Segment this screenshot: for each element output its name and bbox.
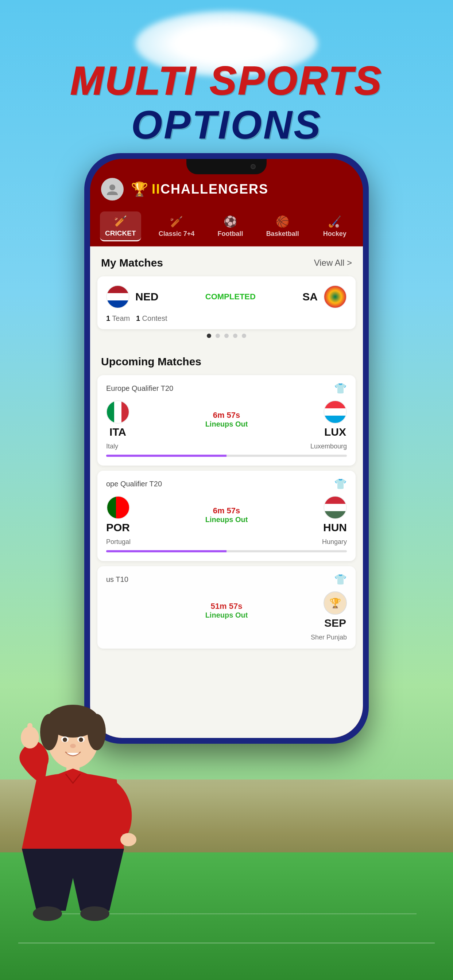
dot-2 — [215, 334, 220, 338]
ned-code: NED — [135, 291, 158, 303]
title-line1: MULTI SPORTS — [0, 58, 453, 102]
dot-1 — [207, 334, 211, 338]
camera-dot — [250, 164, 256, 169]
title-line2: OPTIONS — [0, 102, 453, 146]
ita-flag — [106, 400, 129, 424]
shirt-icon-1: 👕 — [334, 382, 347, 395]
sa-flag — [324, 285, 347, 309]
svg-point-15 — [120, 833, 136, 846]
match-meta: 1 Team 1 Contest — [106, 314, 347, 323]
hun-flag — [324, 496, 347, 519]
match-league-3: us T10 👕 — [106, 573, 347, 585]
time-center-2: 6m 57s Lineups Out — [130, 506, 323, 524]
match-card-ned-sa[interactable]: NED COMPLETED SA 1 Team 1 Contest — [97, 276, 356, 329]
time-center-3: 51m 57s Lineups Out — [129, 601, 324, 619]
team-lux: LUX — [324, 400, 347, 438]
svg-point-8 — [79, 738, 83, 742]
upcoming-matches-title: Upcoming Matches — [101, 355, 201, 368]
basketball-label: Basketball — [266, 230, 299, 238]
classic-label: Classic 7+4 — [159, 230, 195, 238]
svg-point-7 — [63, 738, 67, 742]
progress-bar-1 — [106, 455, 347, 457]
svg-point-14 — [23, 728, 29, 737]
ita-lux-row: ITA 6m 57s Lineups Out LUX — [106, 400, 347, 438]
shirt-icon-2: 👕 — [334, 478, 347, 490]
dot-4 — [233, 334, 238, 338]
match-card-por-hun[interactable]: ope Qualifier T20 👕 POR 6m 57s Lineups O… — [97, 471, 356, 561]
upcoming-matches-header: Upcoming Matches — [90, 345, 363, 375]
team-ned: NED — [106, 285, 158, 309]
svg-point-16 — [33, 906, 62, 921]
app-logo: 🏆 IICHALLENGERS — [131, 181, 268, 197]
app-name: IICHALLENGERS — [152, 181, 268, 197]
svg-point-3 — [40, 714, 58, 750]
view-all-link[interactable]: View All > — [314, 258, 352, 268]
team-hun: HUN — [323, 496, 347, 534]
match-card-ita-lux[interactable]: Europe Qualifier T20 👕 ITA 6m 57s Lineup… — [97, 375, 356, 466]
match-status: COMPLETED — [205, 292, 256, 302]
tab-hockey[interactable]: 🏑 Hockey — [317, 212, 353, 240]
sep-row: 51m 57s Lineups Out 🏆 SEP — [106, 591, 347, 629]
phone-notch — [187, 159, 266, 174]
phone-mockup: 🏆 IICHALLENGERS 🏏 CRICKET 🏏 Classic 7+4 — [84, 153, 369, 744]
dot-5 — [242, 334, 246, 338]
country-names-2: Portugal Hungary — [106, 537, 347, 546]
team-ita: ITA — [106, 400, 129, 438]
avatar[interactable] — [101, 178, 124, 200]
por-flag — [107, 496, 130, 519]
match-card-sep[interactable]: us T10 👕 51m 57s Lineups Out — [97, 566, 356, 649]
time-center-1: 6m 57s Lineups Out — [129, 410, 324, 428]
team-sep: 🏆 SEP — [324, 591, 347, 629]
country-names-1: Italy Luxembourg — [106, 441, 347, 450]
person-figure — [7, 703, 161, 951]
match-league-1: Europe Qualifier T20 👕 — [106, 382, 347, 395]
tab-classic[interactable]: 🏏 Classic 7+4 — [153, 212, 200, 240]
football-label: Football — [217, 230, 243, 238]
svg-point-4 — [88, 714, 106, 750]
match-row: NED COMPLETED SA — [106, 285, 347, 309]
tab-cricket[interactable]: 🏏 CRICKET — [100, 212, 141, 241]
team-por: POR — [106, 496, 130, 534]
ned-flag — [106, 285, 129, 309]
sep-emblem: 🏆 — [324, 591, 347, 615]
shirt-icon-3: 👕 — [334, 573, 347, 585]
cricket-icon: 🏏 — [114, 215, 127, 227]
tab-basketball[interactable]: 🏀 Basketball — [261, 212, 304, 240]
phone-inner-screen: 🏆 IICHALLENGERS 🏏 CRICKET 🏏 Classic 7+4 — [90, 159, 363, 738]
basketball-icon: 🏀 — [276, 215, 289, 228]
dot-3 — [224, 334, 229, 338]
classic-icon: 🏏 — [170, 215, 183, 228]
svg-point-9 — [70, 744, 76, 748]
team-sa: SA — [302, 285, 347, 309]
my-matches-header: My Matches View All > — [90, 247, 363, 276]
sport-tabs-bar: 🏏 CRICKET 🏏 Classic 7+4 ⚽ Football 🏀 Bas… — [90, 206, 363, 247]
pagination-dots — [90, 334, 363, 338]
football-icon: ⚽ — [223, 215, 237, 228]
svg-point-13 — [30, 728, 37, 737]
my-matches-title: My Matches — [101, 257, 163, 269]
lux-flag — [324, 400, 347, 424]
country-names-3: Sher Punjab — [106, 632, 347, 641]
trophy-icon: 🏆 — [131, 181, 148, 197]
hockey-icon: 🏑 — [328, 215, 341, 228]
app-content: My Matches View All > NED COMPLETED — [90, 247, 363, 738]
tab-football[interactable]: ⚽ Football — [212, 212, 248, 240]
match-league-2: ope Qualifier T20 👕 — [106, 478, 347, 490]
sa-code: SA — [302, 291, 318, 303]
phone-outer-frame: 🏆 IICHALLENGERS 🏏 CRICKET 🏏 Classic 7+4 — [84, 153, 369, 744]
cricket-label: CRICKET — [105, 229, 136, 237]
progress-bar-2 — [106, 550, 347, 552]
hockey-label: Hockey — [323, 230, 346, 238]
svg-point-0 — [109, 185, 115, 190]
svg-point-17 — [80, 906, 109, 921]
por-hun-row: POR 6m 57s Lineups Out HUN — [106, 496, 347, 534]
page-title-area: MULTI SPORTS OPTIONS — [0, 58, 453, 146]
